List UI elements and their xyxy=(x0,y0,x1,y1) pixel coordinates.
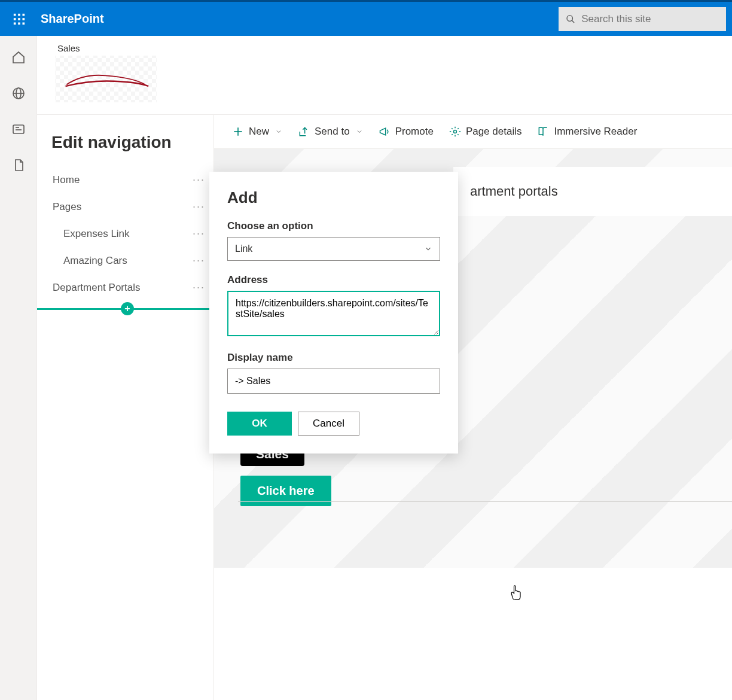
svg-rect-6 xyxy=(14,22,16,25)
suite-bar: SharePoint xyxy=(0,0,732,36)
nav-item-more-icon[interactable]: ··· xyxy=(193,227,205,240)
send-to-button[interactable]: Send to xyxy=(298,126,363,138)
site-header: Sales xyxy=(37,36,732,115)
nav-panel-title: Edit navigation xyxy=(51,133,206,152)
search-input[interactable] xyxy=(581,13,719,25)
share-icon xyxy=(298,126,310,138)
search-icon xyxy=(566,14,575,25)
add-link-dialog: Add Choose an option Link Address Displa… xyxy=(209,172,458,454)
site-name: Sales xyxy=(55,43,157,53)
nav-item-label: Expenses Link xyxy=(63,228,130,240)
svg-rect-0 xyxy=(14,13,16,16)
cmd-label: Immersive Reader xyxy=(554,126,637,138)
cmd-label: Page details xyxy=(466,126,522,138)
svg-rect-2 xyxy=(23,13,25,16)
site-logo[interactable] xyxy=(55,56,157,102)
home-rail-icon[interactable] xyxy=(11,50,26,65)
option-value: Link xyxy=(235,244,252,254)
left-rail xyxy=(0,36,37,700)
svg-rect-1 xyxy=(18,13,20,16)
nav-item-pages[interactable]: Pages··· xyxy=(51,193,206,220)
svg-line-10 xyxy=(572,20,574,23)
ok-button[interactable]: OK xyxy=(227,412,292,436)
nav-item-label: Amazing Cars xyxy=(63,255,127,267)
svg-rect-8 xyxy=(23,22,25,25)
news-rail-icon[interactable] xyxy=(11,122,26,136)
edit-navigation-panel: Edit navigation Home··· Pages··· Expense… xyxy=(37,115,214,700)
nav-item-more-icon[interactable]: ··· xyxy=(193,200,205,213)
svg-point-9 xyxy=(567,15,572,20)
displayname-input[interactable] xyxy=(227,369,440,394)
address-input[interactable] xyxy=(227,291,440,336)
svg-rect-7 xyxy=(18,22,20,25)
search-box[interactable] xyxy=(559,7,726,31)
brand-label: SharePoint xyxy=(41,12,104,26)
content-card: artment portals xyxy=(453,167,732,216)
megaphone-icon xyxy=(379,126,391,138)
promote-button[interactable]: Promote xyxy=(379,126,434,138)
file-rail-icon[interactable] xyxy=(11,158,26,172)
svg-rect-4 xyxy=(18,18,20,20)
address-label: Address xyxy=(227,274,440,286)
nav-item-label: Home xyxy=(53,174,80,186)
displayname-label: Display name xyxy=(227,352,440,364)
page-canvas: artment portals Sales Click here Add Cho… xyxy=(214,149,732,568)
nav-item-label: Department Portals xyxy=(53,282,140,294)
new-button[interactable]: New xyxy=(232,126,282,138)
immersive-reader-button[interactable]: Immersive Reader xyxy=(537,126,637,138)
nav-item-home[interactable]: Home··· xyxy=(51,166,206,193)
svg-rect-5 xyxy=(23,18,25,20)
nav-item-department-portals[interactable]: Department Portals··· xyxy=(51,274,206,301)
page-details-button[interactable]: Page details xyxy=(449,126,522,138)
svg-point-20 xyxy=(453,130,456,133)
nav-item-amazing-cars[interactable]: Amazing Cars··· xyxy=(51,247,206,274)
nav-item-more-icon[interactable]: ··· xyxy=(193,254,205,267)
nav-item-expenses-link[interactable]: Expenses Link··· xyxy=(51,220,206,247)
chevron-down-icon xyxy=(275,128,282,135)
app-launcher-icon[interactable] xyxy=(6,6,32,32)
option-select[interactable]: Link xyxy=(227,237,440,261)
book-icon xyxy=(537,126,549,138)
cancel-button[interactable]: Cancel xyxy=(298,412,359,436)
option-label: Choose an option xyxy=(227,220,440,232)
svg-rect-3 xyxy=(14,18,16,20)
svg-rect-14 xyxy=(13,125,24,133)
cmd-label: Send to xyxy=(315,126,350,138)
cursor-icon xyxy=(510,585,523,604)
nav-item-more-icon[interactable]: ··· xyxy=(193,281,205,294)
cmd-label: New xyxy=(249,126,269,138)
gear-icon xyxy=(449,126,461,138)
nav-item-more-icon[interactable]: ··· xyxy=(193,174,205,186)
nav-item-label: Pages xyxy=(53,201,81,213)
add-nav-item-icon[interactable]: + xyxy=(121,302,134,315)
chevron-down-icon xyxy=(356,128,363,135)
nav-insert-line[interactable]: + xyxy=(37,308,214,310)
dialog-title: Add xyxy=(227,188,440,207)
globe-rail-icon[interactable] xyxy=(11,86,26,101)
cmd-label: Promote xyxy=(395,126,434,138)
divider xyxy=(238,501,732,502)
partial-title: artment portals xyxy=(470,184,715,199)
plus-icon xyxy=(232,126,244,138)
command-bar: New Send to Promote Page details xyxy=(214,115,732,149)
chevron-down-icon xyxy=(424,245,432,253)
